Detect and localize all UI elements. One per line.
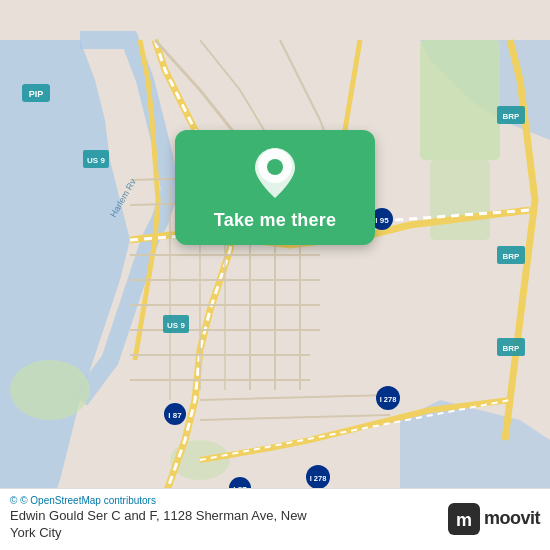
map-background: PIP US 9 US 9 US 1 BRP I 95 BRP BRP I 87… bbox=[0, 0, 550, 550]
map-container: PIP US 9 US 9 US 1 BRP I 95 BRP BRP I 87… bbox=[0, 0, 550, 550]
cta-overlay: Take me there bbox=[175, 130, 375, 245]
svg-text:I 87: I 87 bbox=[168, 411, 182, 420]
svg-text:I 95: I 95 bbox=[375, 216, 389, 225]
svg-text:US 9: US 9 bbox=[167, 321, 185, 330]
svg-point-3 bbox=[10, 360, 90, 420]
copyright-symbol: © bbox=[10, 495, 17, 506]
svg-rect-1 bbox=[420, 40, 500, 160]
svg-text:BRP: BRP bbox=[503, 344, 521, 353]
moovit-text: moovit bbox=[484, 508, 540, 529]
location-line1: Edwin Gould Ser C and F, 1128 Sherman Av… bbox=[10, 508, 307, 523]
svg-text:I 278: I 278 bbox=[380, 395, 397, 404]
svg-text:m: m bbox=[456, 510, 472, 530]
moovit-logo-icon: m bbox=[448, 503, 480, 535]
osm-credit: © © OpenStreetMap contributors bbox=[10, 495, 307, 506]
location-name: Edwin Gould Ser C and F, 1128 Sherman Av… bbox=[10, 508, 307, 542]
svg-rect-2 bbox=[430, 160, 490, 240]
bottom-bar: © © OpenStreetMap contributors Edwin Gou… bbox=[0, 488, 550, 550]
osm-link[interactable]: © OpenStreetMap contributors bbox=[20, 495, 156, 506]
svg-point-47 bbox=[267, 159, 283, 175]
svg-text:BRP: BRP bbox=[503, 112, 521, 121]
location-pin-icon bbox=[255, 148, 295, 202]
moovit-logo: m moovit bbox=[448, 503, 540, 535]
svg-text:US 9: US 9 bbox=[87, 156, 105, 165]
svg-text:PIP: PIP bbox=[29, 89, 44, 99]
location-info: © © OpenStreetMap contributors Edwin Gou… bbox=[10, 495, 307, 542]
take-me-there-button[interactable]: Take me there bbox=[214, 210, 336, 231]
location-line2: York City bbox=[10, 525, 62, 540]
svg-text:I 278: I 278 bbox=[310, 474, 327, 483]
svg-text:BRP: BRP bbox=[503, 252, 521, 261]
